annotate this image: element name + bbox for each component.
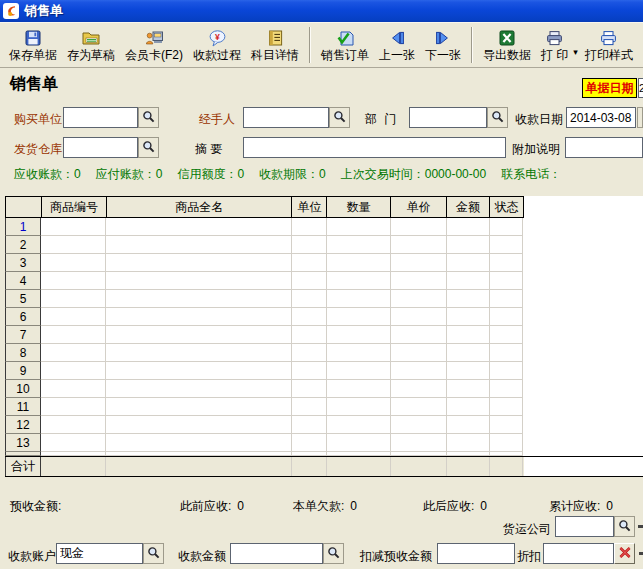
grid-cell[interactable] — [327, 272, 391, 290]
grid-cell[interactable] — [41, 362, 106, 380]
toolbar-button-print-style[interactable]: 打印样式 — [580, 24, 638, 66]
grid-cell[interactable] — [490, 272, 523, 290]
grid-cell[interactable] — [327, 380, 391, 398]
grid-cell[interactable] — [41, 218, 106, 236]
grid-cell[interactable] — [447, 398, 490, 416]
grid-cell[interactable] — [41, 344, 106, 362]
table-row[interactable]: 13 — [5, 434, 524, 452]
grid-cell[interactable] — [447, 362, 490, 380]
table-row[interactable]: 3 — [5, 254, 524, 272]
grid-cell[interactable] — [447, 254, 490, 272]
discount-input[interactable] — [543, 543, 614, 564]
handler-search-button[interactable] — [329, 107, 350, 128]
grid-cell[interactable] — [490, 434, 523, 452]
receipt-date-input[interactable] — [566, 107, 636, 128]
grid-cell[interactable] — [327, 362, 391, 380]
handler-input[interactable] — [243, 107, 329, 128]
discount-clear-button[interactable] — [614, 543, 635, 564]
table-row[interactable]: 5 — [5, 290, 524, 308]
grid-cell[interactable] — [447, 344, 490, 362]
grid-cell[interactable] — [391, 326, 447, 344]
toolbar-button-draft-folder[interactable]: 存为草稿 — [62, 24, 120, 66]
grid-cell[interactable] — [327, 254, 391, 272]
receipt-date-dropdown-clipped[interactable] — [637, 107, 643, 128]
warehouse-input[interactable] — [63, 137, 138, 158]
grid-cell[interactable] — [106, 218, 292, 236]
grid-cell[interactable] — [490, 416, 523, 434]
grid-cell[interactable] — [327, 434, 391, 452]
grid-cell[interactable] — [106, 254, 292, 272]
grid-cell[interactable] — [490, 362, 523, 380]
grid-cell[interactable] — [447, 416, 490, 434]
warehouse-search-button[interactable] — [138, 137, 159, 158]
toolbar-button-save[interactable]: 保存单据 — [4, 24, 62, 66]
grid-cell[interactable] — [41, 272, 106, 290]
grid-cell[interactable] — [292, 218, 327, 236]
grid-cell[interactable] — [41, 416, 106, 434]
document-date-button[interactable]: 单据日期 — [582, 78, 637, 98]
grid-cell[interactable] — [391, 218, 447, 236]
grid-cell[interactable] — [391, 362, 447, 380]
table-row[interactable]: 6 — [5, 308, 524, 326]
grid-cell[interactable] — [447, 308, 490, 326]
grid-cell[interactable] — [490, 380, 523, 398]
grid-cell[interactable] — [447, 380, 490, 398]
grid-cell[interactable] — [391, 344, 447, 362]
grid-cell[interactable] — [292, 416, 327, 434]
grid-cell[interactable] — [41, 398, 106, 416]
grid-cell[interactable] — [490, 218, 523, 236]
grid-cell[interactable] — [447, 326, 490, 344]
department-input[interactable] — [409, 107, 487, 128]
grid-cell[interactable] — [292, 272, 327, 290]
grid-cell[interactable] — [391, 290, 447, 308]
grid-cell[interactable] — [292, 362, 327, 380]
toolbar-button-sales-order-check[interactable]: 销售订单 — [316, 24, 374, 66]
grid-cell[interactable] — [292, 434, 327, 452]
grid-cell[interactable] — [106, 416, 292, 434]
grid-cell[interactable] — [292, 236, 327, 254]
grid-cell[interactable] — [41, 308, 106, 326]
table-row[interactable]: 12 — [5, 416, 524, 434]
table-row[interactable]: 11 — [5, 398, 524, 416]
toolbar-button-print[interactable]: 打 印 — [536, 24, 573, 66]
grid-cell[interactable] — [490, 236, 523, 254]
grid-cell[interactable] — [327, 398, 391, 416]
toolbar-button-next[interactable]: 下一张 — [420, 24, 466, 66]
payment-account-input[interactable] — [56, 543, 143, 564]
shipping-company-input[interactable] — [555, 516, 614, 537]
grid-cell[interactable] — [490, 308, 523, 326]
grid-cell[interactable] — [391, 308, 447, 326]
note-input[interactable] — [565, 137, 643, 158]
grid-cell[interactable] — [327, 344, 391, 362]
grid-cell[interactable] — [41, 254, 106, 272]
shipping-company-search-button[interactable] — [614, 516, 635, 537]
grid-cell[interactable] — [41, 326, 106, 344]
grid-cell[interactable] — [391, 236, 447, 254]
summary-input[interactable] — [243, 137, 506, 158]
grid-cell[interactable] — [41, 290, 106, 308]
grid-cell[interactable] — [41, 434, 106, 452]
table-row[interactable]: 2 — [5, 236, 524, 254]
grid-cell[interactable] — [106, 362, 292, 380]
grid-cell[interactable] — [447, 434, 490, 452]
print-dropdown-arrow[interactable]: ▾ — [573, 47, 578, 57]
grid-cell[interactable] — [391, 254, 447, 272]
grid-cell[interactable] — [41, 236, 106, 254]
grid-cell[interactable] — [106, 326, 292, 344]
toolbar-button-subject-details[interactable]: 科目详情 — [246, 24, 304, 66]
grid-cell[interactable] — [292, 326, 327, 344]
toolbar-button-payment-process[interactable]: ¥收款过程 — [188, 24, 246, 66]
grid-cell[interactable] — [391, 416, 447, 434]
grid-cell[interactable] — [292, 308, 327, 326]
grid-cell[interactable] — [292, 398, 327, 416]
grid-cell[interactable] — [327, 308, 391, 326]
grid-cell[interactable] — [447, 236, 490, 254]
grid-cell[interactable] — [490, 344, 523, 362]
grid-cell[interactable] — [327, 326, 391, 344]
grid-cell[interactable] — [106, 434, 292, 452]
grid-cell[interactable] — [391, 380, 447, 398]
grid-cell[interactable] — [106, 380, 292, 398]
grid-cell[interactable] — [490, 398, 523, 416]
toolbar-button-export-excel[interactable]: 导出数据 — [478, 24, 536, 66]
payment-account-search-button[interactable] — [143, 543, 164, 564]
